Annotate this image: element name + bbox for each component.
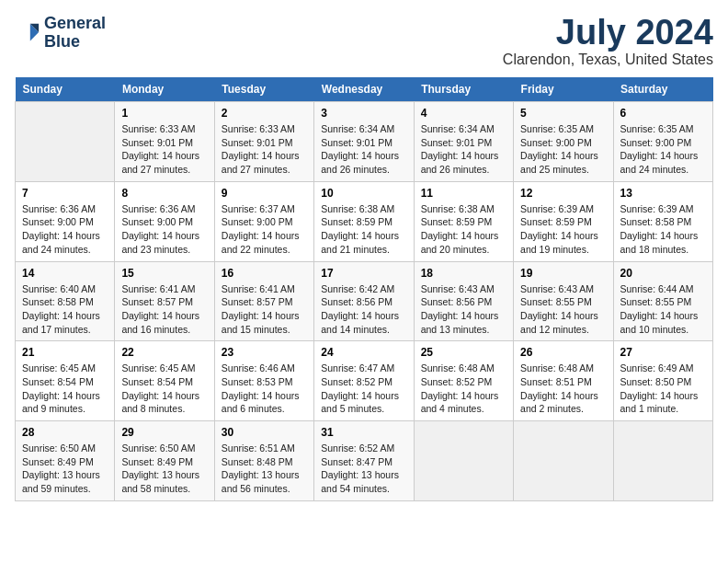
- day-detail: Sunrise: 6:36 AM Sunset: 9:00 PM Dayligh…: [22, 202, 108, 257]
- day-number: 18: [421, 267, 506, 280]
- weekday-header-sunday: Sunday: [16, 77, 115, 102]
- calendar-cell: 1Sunrise: 6:33 AM Sunset: 9:01 PM Daylig…: [115, 102, 214, 182]
- day-detail: Sunrise: 6:50 AM Sunset: 8:49 PM Dayligh…: [22, 442, 108, 496]
- day-number: 8: [121, 187, 207, 200]
- title-area: July 2024 Clarendon, Texas, United State…: [503, 15, 713, 68]
- calendar-cell: [414, 421, 513, 501]
- day-number: 31: [321, 426, 406, 439]
- day-number: 28: [22, 426, 108, 439]
- day-detail: Sunrise: 6:33 AM Sunset: 9:01 PM Dayligh…: [121, 122, 207, 177]
- calendar-cell: 14Sunrise: 6:40 AM Sunset: 8:58 PM Dayli…: [16, 261, 115, 341]
- day-number: 12: [520, 187, 606, 200]
- day-number: 5: [520, 107, 606, 120]
- weekday-header-friday: Friday: [514, 77, 613, 102]
- day-detail: Sunrise: 6:36 AM Sunset: 9:00 PM Dayligh…: [121, 202, 207, 257]
- day-detail: Sunrise: 6:48 AM Sunset: 8:51 PM Dayligh…: [520, 362, 606, 416]
- calendar-cell: 19Sunrise: 6:43 AM Sunset: 8:55 PM Dayli…: [514, 261, 613, 341]
- calendar-cell: 11Sunrise: 6:38 AM Sunset: 8:59 PM Dayli…: [414, 181, 513, 261]
- month-title: July 2024: [503, 15, 713, 50]
- day-detail: Sunrise: 6:34 AM Sunset: 9:01 PM Dayligh…: [421, 122, 506, 177]
- calendar-cell: 23Sunrise: 6:46 AM Sunset: 8:53 PM Dayli…: [214, 341, 313, 421]
- calendar-cell: 9Sunrise: 6:37 AM Sunset: 9:00 PM Daylig…: [214, 181, 313, 261]
- weekday-header-tuesday: Tuesday: [214, 77, 313, 102]
- calendar-cell: 7Sunrise: 6:36 AM Sunset: 9:00 PM Daylig…: [16, 181, 115, 261]
- day-detail: Sunrise: 6:39 AM Sunset: 8:59 PM Dayligh…: [520, 202, 606, 257]
- day-number: 4: [421, 107, 506, 120]
- calendar-cell: [514, 421, 613, 501]
- calendar-cell: 5Sunrise: 6:35 AM Sunset: 9:00 PM Daylig…: [514, 102, 613, 182]
- day-number: 30: [222, 426, 307, 439]
- day-number: 20: [620, 267, 706, 280]
- day-detail: Sunrise: 6:35 AM Sunset: 9:00 PM Dayligh…: [620, 122, 706, 177]
- week-row-2: 7Sunrise: 6:36 AM Sunset: 9:00 PM Daylig…: [16, 181, 713, 261]
- calendar-cell: 17Sunrise: 6:42 AM Sunset: 8:56 PM Dayli…: [314, 261, 414, 341]
- day-detail: Sunrise: 6:38 AM Sunset: 8:59 PM Dayligh…: [421, 202, 506, 257]
- calendar-cell: 29Sunrise: 6:50 AM Sunset: 8:49 PM Dayli…: [115, 421, 214, 501]
- day-number: 16: [222, 267, 307, 280]
- calendar-cell: 6Sunrise: 6:35 AM Sunset: 9:00 PM Daylig…: [613, 102, 712, 182]
- weekday-header-monday: Monday: [115, 77, 214, 102]
- day-detail: Sunrise: 6:34 AM Sunset: 9:01 PM Dayligh…: [321, 122, 406, 177]
- calendar-cell: 16Sunrise: 6:41 AM Sunset: 8:57 PM Dayli…: [214, 261, 313, 341]
- weekday-header-wednesday: Wednesday: [314, 77, 414, 102]
- calendar-cell: 27Sunrise: 6:49 AM Sunset: 8:50 PM Dayli…: [613, 341, 712, 421]
- day-detail: Sunrise: 6:43 AM Sunset: 8:55 PM Dayligh…: [520, 282, 606, 337]
- day-number: 23: [222, 346, 307, 359]
- day-detail: Sunrise: 6:39 AM Sunset: 8:58 PM Dayligh…: [620, 202, 706, 257]
- day-number: 14: [22, 267, 108, 280]
- day-number: 21: [22, 346, 108, 359]
- day-number: 3: [321, 107, 406, 120]
- day-number: 9: [222, 187, 307, 200]
- day-number: 25: [421, 346, 506, 359]
- day-number: 2: [222, 107, 307, 120]
- calendar-cell: 20Sunrise: 6:44 AM Sunset: 8:55 PM Dayli…: [613, 261, 712, 341]
- week-row-4: 21Sunrise: 6:45 AM Sunset: 8:54 PM Dayli…: [16, 341, 713, 421]
- week-row-1: 1Sunrise: 6:33 AM Sunset: 9:01 PM Daylig…: [16, 102, 713, 182]
- day-detail: Sunrise: 6:43 AM Sunset: 8:56 PM Dayligh…: [421, 282, 506, 337]
- day-detail: Sunrise: 6:40 AM Sunset: 8:58 PM Dayligh…: [22, 282, 108, 337]
- calendar-cell: [16, 102, 115, 182]
- day-number: 13: [620, 187, 706, 200]
- day-number: 24: [321, 346, 406, 359]
- day-detail: Sunrise: 6:41 AM Sunset: 8:57 PM Dayligh…: [222, 282, 307, 337]
- logo-text: General Blue: [44, 15, 106, 52]
- calendar-cell: 30Sunrise: 6:51 AM Sunset: 8:48 PM Dayli…: [214, 421, 313, 501]
- calendar-cell: 13Sunrise: 6:39 AM Sunset: 8:58 PM Dayli…: [613, 181, 712, 261]
- weekday-header-thursday: Thursday: [414, 77, 513, 102]
- day-number: 11: [421, 187, 506, 200]
- day-detail: Sunrise: 6:48 AM Sunset: 8:52 PM Dayligh…: [421, 362, 506, 416]
- day-detail: Sunrise: 6:50 AM Sunset: 8:49 PM Dayligh…: [121, 442, 207, 496]
- calendar-cell: 4Sunrise: 6:34 AM Sunset: 9:01 PM Daylig…: [414, 102, 513, 182]
- day-number: 17: [321, 267, 406, 280]
- calendar-cell: 15Sunrise: 6:41 AM Sunset: 8:57 PM Dayli…: [115, 261, 214, 341]
- day-detail: Sunrise: 6:35 AM Sunset: 9:00 PM Dayligh…: [520, 122, 606, 177]
- logo-icon: [15, 20, 40, 46]
- day-number: 27: [620, 346, 706, 359]
- calendar-cell: 25Sunrise: 6:48 AM Sunset: 8:52 PM Dayli…: [414, 341, 513, 421]
- day-number: 1: [121, 107, 207, 120]
- day-detail: Sunrise: 6:45 AM Sunset: 8:54 PM Dayligh…: [121, 362, 207, 416]
- week-row-3: 14Sunrise: 6:40 AM Sunset: 8:58 PM Dayli…: [16, 261, 713, 341]
- calendar-cell: 31Sunrise: 6:52 AM Sunset: 8:47 PM Dayli…: [314, 421, 414, 501]
- day-detail: Sunrise: 6:49 AM Sunset: 8:50 PM Dayligh…: [620, 362, 706, 416]
- day-detail: Sunrise: 6:46 AM Sunset: 8:53 PM Dayligh…: [222, 362, 307, 416]
- day-number: 22: [121, 346, 207, 359]
- day-detail: Sunrise: 6:33 AM Sunset: 9:01 PM Dayligh…: [222, 122, 307, 177]
- calendar-cell: 24Sunrise: 6:47 AM Sunset: 8:52 PM Dayli…: [314, 341, 414, 421]
- calendar-cell: 3Sunrise: 6:34 AM Sunset: 9:01 PM Daylig…: [314, 102, 414, 182]
- weekday-header-row: SundayMondayTuesdayWednesdayThursdayFrid…: [16, 77, 713, 102]
- day-number: 6: [620, 107, 706, 120]
- day-number: 26: [520, 346, 606, 359]
- calendar-cell: 8Sunrise: 6:36 AM Sunset: 9:00 PM Daylig…: [115, 181, 214, 261]
- day-detail: Sunrise: 6:38 AM Sunset: 8:59 PM Dayligh…: [321, 202, 406, 257]
- calendar-cell: 10Sunrise: 6:38 AM Sunset: 8:59 PM Dayli…: [314, 181, 414, 261]
- calendar-table: SundayMondayTuesdayWednesdayThursdayFrid…: [15, 77, 713, 501]
- calendar-cell: [613, 421, 712, 501]
- day-number: 10: [321, 187, 406, 200]
- day-detail: Sunrise: 6:41 AM Sunset: 8:57 PM Dayligh…: [121, 282, 207, 337]
- weekday-header-saturday: Saturday: [613, 77, 712, 102]
- day-number: 29: [121, 426, 207, 439]
- calendar-cell: 18Sunrise: 6:43 AM Sunset: 8:56 PM Dayli…: [414, 261, 513, 341]
- day-detail: Sunrise: 6:52 AM Sunset: 8:47 PM Dayligh…: [321, 442, 406, 496]
- calendar-cell: 28Sunrise: 6:50 AM Sunset: 8:49 PM Dayli…: [16, 421, 115, 501]
